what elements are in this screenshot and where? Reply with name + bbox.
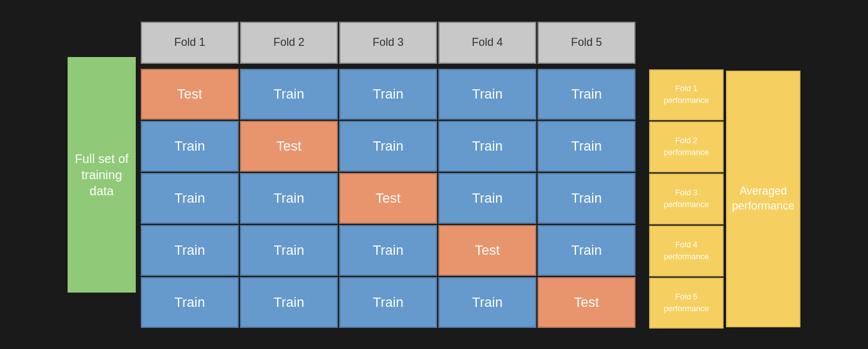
table-row: Train Test Train Train Train [141,121,637,172]
cell-r3-c5: Train [538,173,636,224]
fold1-performance: Fold 1performance [649,69,724,120]
cell-r3-c3: Test [339,173,437,224]
header-row: Fold 1 Fold 2 Fold 3 Fold 4 Fold 5 [141,22,637,64]
cell-r4-c5: Train [538,225,636,276]
fold5-performance: Fold 5performance [649,278,724,329]
fold4-performance: Fold 4performance [649,226,724,276]
cell-r3-c4: Train [438,173,536,224]
cell-r4-c2: Train [240,225,338,276]
table-row: Test Train Train Train Train [141,69,637,120]
cell-r4-c3: Train [339,225,437,276]
cell-r4-c1: Train [141,225,239,276]
table-row: Train Train Train Test Train [141,225,637,276]
fold3-performance: Fold 3performance [649,174,724,224]
cell-r5-c3: Train [339,277,437,328]
cell-r5-c1: Train [141,277,239,328]
fold-header-3: Fold 3 [339,22,437,64]
cell-r5-c4: Train [438,277,536,328]
cell-r1-c1: Test [141,69,239,120]
cell-r1-c3: Train [339,69,437,120]
fold-header-4: Fold 4 [438,22,536,64]
cell-r1-c4: Train [438,69,536,120]
grid-area: Fold 1 Fold 2 Fold 3 Fold 4 Fold 5 Test … [141,22,637,328]
cell-r3-c1: Train [141,173,239,224]
table-row: Train Train Test Train Train [141,173,637,224]
full-set-label: Full set of training data [68,57,136,293]
cell-r2-c3: Train [339,121,437,172]
cell-r2-c4: Train [438,121,536,172]
cell-r1-c2: Train [240,69,338,120]
performance-column: Fold 1performance Fold 2performance Fold… [649,69,724,329]
cell-r2-c2: Test [240,121,338,172]
averaged-area: Averagedperformance [726,71,800,327]
averaged-performance-label: Averagedperformance [726,71,800,327]
fold-header-5: Fold 5 [538,22,636,64]
cross-validation-diagram: Full set of training data Fold 1 Fold 2 … [55,15,813,335]
table-row: Train Train Train Train Test [141,277,637,328]
cell-r5-c2: Train [240,277,338,328]
cell-r2-c5: Train [538,121,636,172]
cell-r4-c4: Test [438,225,536,276]
cell-r2-c1: Train [141,121,239,172]
cell-r3-c2: Train [240,173,338,224]
fold-header-1: Fold 1 [141,22,239,64]
cell-r5-c5: Test [538,277,636,328]
data-rows: Test Train Train Train Train Train Test … [141,69,637,328]
fold2-performance: Fold 2performance [649,121,724,172]
fold-header-2: Fold 2 [240,22,338,64]
cell-r1-c5: Train [538,69,636,120]
